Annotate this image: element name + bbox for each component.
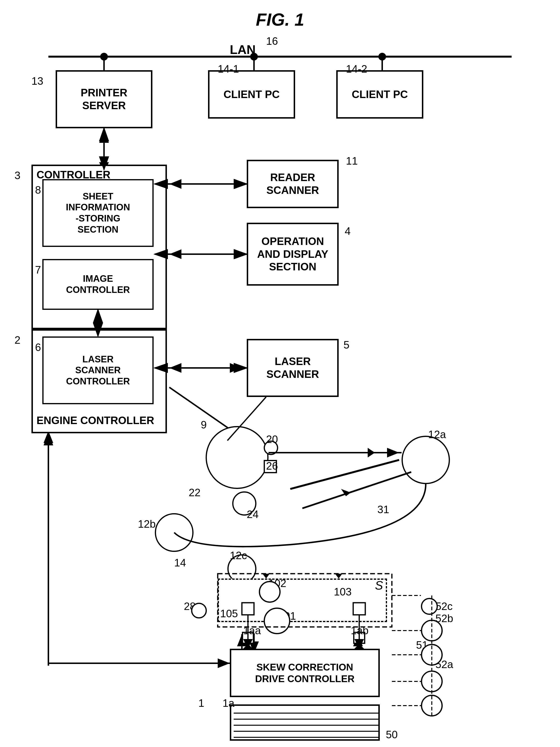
roller-52b-top: [421, 620, 443, 641]
svg-marker-59: [44, 433, 53, 445]
svg-marker-10: [169, 179, 181, 189]
paper-tray-box: [230, 704, 380, 741]
ref-26: 26: [266, 460, 278, 472]
svg-marker-8: [99, 131, 109, 143]
svg-marker-11: [235, 179, 247, 189]
ref-1aa: 1aa: [243, 624, 261, 637]
ref-3: 3: [15, 170, 20, 182]
reader-scanner-box: READER SCANNER: [247, 160, 339, 208]
client-pc-2-box: CLIENT PC: [336, 70, 423, 119]
roller-12a: [402, 436, 450, 484]
svg-marker-14: [235, 249, 247, 259]
sheet-info-box: SHEET INFORMATION -STORING SECTION: [42, 179, 154, 247]
ref-22: 22: [189, 487, 201, 499]
svg-line-57: [302, 472, 411, 508]
svg-marker-63: [243, 644, 253, 649]
skew-correction-box: SKEW CORRECTION DRIVE CONTROLLER: [230, 649, 380, 697]
client-pc-1-box: CLIENT PC: [208, 70, 295, 119]
ref-14-1: 14-1: [218, 63, 239, 75]
ref-11: 11: [346, 155, 358, 167]
circle-28: [191, 603, 207, 618]
laser-scanner-box: LASER SCANNER: [247, 339, 339, 397]
ref-1ab: 1ab: [351, 624, 368, 637]
ref-52c: 52c: [435, 600, 453, 612]
roller-52b-bot: [421, 644, 443, 666]
roller-52a-bot: [421, 695, 443, 717]
ref-7: 7: [35, 264, 41, 276]
svg-marker-19: [230, 363, 242, 373]
figure-title: FIG. 1: [256, 10, 304, 29]
lan-line: [48, 56, 512, 58]
photosensitive-drum: [206, 426, 268, 489]
ref-12c: 12c: [230, 549, 247, 562]
ref-16: 16: [266, 35, 278, 47]
roller-101: [264, 608, 290, 634]
ref-4: 4: [345, 225, 350, 237]
ref-50: 50: [386, 729, 398, 741]
ref-6: 6: [35, 341, 41, 354]
operation-display-box: OPERATION AND DISPLAY SECTION: [247, 223, 339, 286]
ref-105: 105: [220, 608, 238, 620]
ref-12b: 12b: [138, 518, 156, 530]
roller-12b: [155, 513, 193, 552]
diagram: FIG. 1 LAN 16: [0, 0, 560, 747]
ref-5: 5: [344, 339, 349, 351]
ref-14: 14: [174, 557, 186, 569]
svg-marker-20: [169, 363, 181, 373]
ref-13: 13: [31, 75, 43, 87]
ref-1: 1: [198, 697, 204, 709]
svg-marker-73: [341, 489, 351, 496]
svg-marker-61: [218, 659, 230, 668]
ref-1a: 1a: [222, 697, 234, 709]
roller-52c: [421, 598, 438, 615]
svg-marker-77: [335, 574, 342, 578]
ref-24: 24: [247, 508, 259, 520]
ref-31: 31: [377, 504, 389, 516]
svg-marker-25: [387, 448, 399, 458]
roller-52a-top: [421, 670, 443, 692]
printer-server-box: PRINTER SERVER: [56, 70, 152, 128]
svg-marker-56: [368, 448, 375, 458]
ref-9: 9: [201, 419, 207, 431]
ref-20: 20: [266, 433, 278, 445]
ref-s: S: [375, 578, 383, 593]
ref-2: 2: [15, 334, 20, 346]
svg-marker-13: [169, 249, 181, 259]
roller-102: [259, 581, 281, 603]
ref-103: 103: [334, 586, 351, 598]
ref-8: 8: [35, 184, 41, 196]
svg-marker-65: [354, 644, 364, 649]
ref-12a: 12a: [428, 429, 446, 441]
registration-region: [218, 578, 387, 622]
svg-line-35: [290, 460, 399, 489]
image-controller-box: IMAGE CONTROLLER: [42, 259, 154, 310]
lan-label: LAN: [230, 42, 256, 57]
ref-14-2: 14-2: [346, 63, 367, 75]
laser-scanner-controller-box: LASER SCANNER CONTROLLER: [42, 336, 154, 404]
